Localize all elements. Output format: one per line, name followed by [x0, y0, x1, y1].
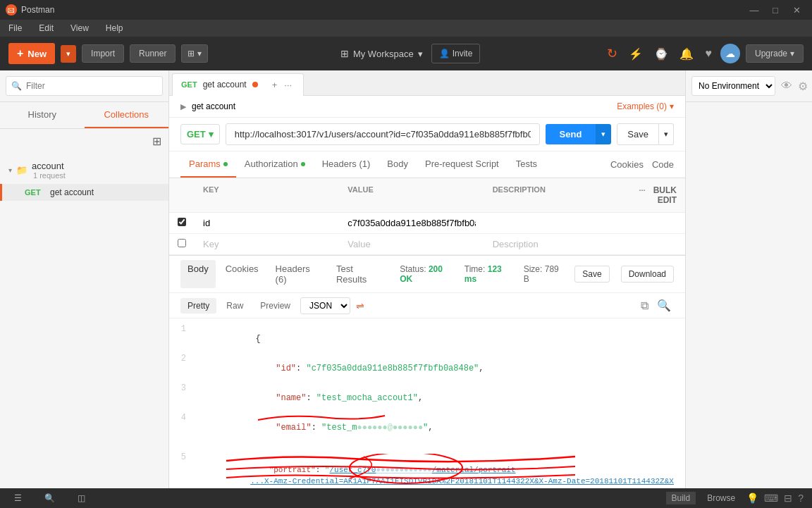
new-icon: +	[17, 47, 23, 60]
method-select[interactable]: GET ▾	[180, 124, 220, 144]
toolbar: + New ▾ Import Runner ⊞ ▾ ⊞ My Workspace…	[0, 37, 812, 70]
menu-view[interactable]: View	[68, 22, 92, 35]
runner-button[interactable]: Runner	[130, 44, 176, 63]
new-button[interactable]: + New	[8, 43, 55, 64]
send-dropdown-button[interactable]: ▾	[596, 124, 611, 144]
title-bar-controls: — □ ✕	[744, 0, 806, 20]
tab-prerequest[interactable]: Pre-request Script	[417, 151, 508, 178]
response-save-button[interactable]: Save	[574, 266, 609, 283]
resp-tab-test-results[interactable]: Test Results	[329, 260, 388, 288]
invite-button[interactable]: 👤 Invite	[431, 44, 481, 63]
tab-body[interactable]: Body	[379, 151, 417, 178]
examples-link[interactable]: Examples (0) ▾	[617, 101, 674, 111]
filter-input[interactable]	[6, 76, 163, 96]
status-bar-right: Build Browse 💡 ⌨ ⊟ ?	[666, 492, 804, 504]
url-value: /user_c7f0●●●●●●●●●●●●/material/portrait	[329, 466, 515, 474]
request-tab-get-account[interactable]: GET get account + ···	[172, 73, 304, 96]
collapse-icon[interactable]: ▶	[180, 102, 186, 111]
bulk-edit-button[interactable]: Bulk Edit	[653, 185, 677, 205]
workspace-button[interactable]: ⊞ My Workspace ▾	[332, 44, 431, 63]
search-button[interactable]: 🔍	[39, 492, 61, 504]
sync-button[interactable]: ↻	[604, 43, 620, 64]
environment-select[interactable]: No Environment	[691, 76, 775, 96]
tab-headers[interactable]: Headers (1)	[314, 151, 379, 178]
sidebar-request-item[interactable]: GET get account	[0, 184, 168, 201]
request-header: ▶ get account Examples (0) ▾	[169, 96, 685, 118]
heart-button[interactable]: ♥	[702, 44, 715, 63]
params-dot	[223, 162, 228, 166]
app-logo: 🖂	[6, 4, 17, 16]
cloud-icon: ☁	[720, 44, 740, 63]
brace-open: {	[255, 334, 260, 344]
params-row	[169, 213, 685, 234]
key: "id"	[276, 364, 296, 373]
keyboard-icon: ⌨	[764, 492, 778, 504]
save-button[interactable]: Save	[617, 123, 659, 145]
copy-response-button[interactable]: ⧉	[638, 296, 651, 315]
environment-eye-button[interactable]: 👁	[778, 77, 795, 95]
resp-tab-cookies[interactable]: Cookies	[219, 260, 266, 288]
url-params: ...X-Amz-Credential=AK1A1F7AAI1FISDTVR1D…	[195, 477, 674, 488]
sidebar-actions: ⊞	[0, 129, 168, 154]
request-sub-tabs: Params Authorization Headers (1) Body Pr…	[169, 151, 685, 178]
menu-help[interactable]: Help	[103, 22, 126, 35]
empty-value-input[interactable]	[347, 239, 475, 249]
value: "c7f035a0dda911e8b885f7fbfb0a848e"	[306, 364, 479, 373]
format-type-select[interactable]: JSON XML HTML Text	[300, 297, 350, 314]
upgrade-button[interactable]: Upgrade ▾	[746, 44, 804, 63]
response-code-area: 1 { 2 "id": "c7f035a0dda911e8b885f7fbfb0…	[169, 318, 685, 488]
environment-gear-button[interactable]: ⚙	[795, 77, 811, 96]
new-dropdown-arrow[interactable]: ▾	[61, 45, 76, 63]
minimize-button[interactable]: —	[744, 0, 764, 20]
tab-add-button[interactable]: +	[269, 78, 281, 92]
sidebar-toggle-button[interactable]: ◫	[72, 492, 91, 504]
format-preview-btn[interactable]: Preview	[253, 298, 297, 314]
empty-desc-cell	[484, 235, 629, 254]
send-button[interactable]: Send	[546, 124, 596, 144]
browse-button[interactable]: Browse	[701, 492, 741, 504]
format-pretty-btn[interactable]: Pretty	[180, 298, 216, 314]
cookies-link[interactable]: Cookies	[610, 152, 644, 177]
resp-tab-body[interactable]: Body	[180, 260, 216, 288]
time-info: Time: 123 ms	[465, 264, 512, 284]
download-button[interactable]: Download	[621, 266, 674, 283]
param-checkbox[interactable]	[178, 217, 186, 227]
menu-edit[interactable]: Edit	[36, 22, 56, 35]
maximize-button[interactable]: □	[765, 0, 785, 20]
resp-tab-headers[interactable]: Headers (6)	[269, 260, 326, 288]
filter-results-icon[interactable]: ⇌	[356, 300, 364, 311]
param-desc-input[interactable]	[493, 218, 620, 228]
tab-more-button[interactable]: ···	[281, 78, 295, 92]
tab-collections[interactable]: Collections	[85, 102, 169, 128]
line-number: 3	[169, 383, 195, 413]
history-button[interactable]: ⌚	[651, 44, 671, 63]
menu-file[interactable]: File	[6, 22, 25, 35]
empty-key-input[interactable]	[203, 239, 331, 249]
close-button[interactable]: ✕	[787, 0, 806, 20]
toolbar-right: ↻ ⚡ ⌚ 🔔 ♥ ☁ Upgrade ▾	[604, 43, 804, 64]
empty-desc-input[interactable]	[493, 239, 620, 249]
console-button[interactable]: ☰	[8, 492, 27, 504]
url-input[interactable]	[226, 123, 540, 145]
tab-params[interactable]: Params	[180, 151, 236, 178]
send-button-group: Send ▾	[546, 124, 612, 144]
save-dropdown-button[interactable]: ▾	[659, 123, 674, 145]
build-button[interactable]: Build	[666, 492, 696, 504]
tab-authorization[interactable]: Authorization	[236, 151, 314, 178]
import-button[interactable]: Import	[82, 44, 124, 63]
param-value-input[interactable]	[347, 218, 475, 228]
param-key-input[interactable]	[203, 218, 331, 228]
add-collection-button[interactable]: ⊞	[151, 133, 163, 149]
tab-history[interactable]: History	[0, 102, 85, 128]
collection-header[interactable]: ▾ 📁 account 1 request	[0, 156, 168, 184]
interceptor-button[interactable]: ⚡	[626, 44, 646, 63]
tab-tests[interactable]: Tests	[508, 151, 546, 178]
search-response-button[interactable]: 🔍	[654, 296, 674, 315]
format-raw-btn[interactable]: Raw	[219, 298, 250, 314]
notification-button[interactable]: 🔔	[677, 44, 696, 63]
sidebar-tabs: History Collections	[0, 102, 168, 129]
empty-param-checkbox[interactable]	[178, 238, 186, 248]
value: "test_mocha_accout1"	[316, 393, 418, 403]
code-link[interactable]: Code	[652, 152, 674, 177]
proxy-button[interactable]: ⊞ ▾	[181, 44, 207, 63]
